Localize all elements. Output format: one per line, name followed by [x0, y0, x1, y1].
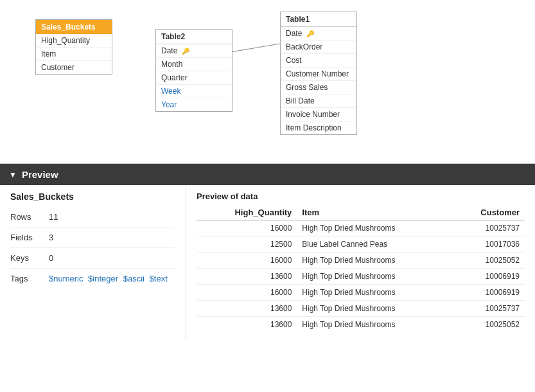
meta-panel: Sales_Buckets Rows 11 Fields 3 Keys 0 Ta…	[0, 185, 186, 339]
table-row: 12500 Blue Label Canned Peas 10017036	[197, 236, 525, 253]
sales-buckets-table: Sales_Buckets High_Quantity Item Custome…	[35, 19, 112, 75]
tag-ascii: $ascii	[123, 274, 145, 283]
table2-header: Table2	[156, 30, 232, 44]
table1-header: Table1	[281, 12, 356, 27]
table1-item-description: Item Description	[281, 121, 356, 134]
fields-label: Fields	[10, 233, 49, 242]
cell-item: High Top Dried Mushrooms	[297, 269, 451, 285]
data-table: High_Quantity Item Customer 16000 High T…	[197, 205, 525, 332]
data-panel: Preview of data High_Quantity Item Custo…	[186, 185, 535, 339]
field-item: Item	[36, 48, 112, 61]
table2-month: Month	[156, 58, 232, 71]
key-icon-table1: 🔑	[306, 30, 314, 37]
table1-cost: Cost	[281, 54, 356, 67]
cell-high-quantity: 13600	[197, 317, 297, 333]
cell-customer: 10006919	[452, 269, 525, 285]
table2-year: Year	[156, 98, 232, 111]
table1-customer-number: Customer Number	[281, 67, 356, 81]
rows-label: Rows	[10, 212, 49, 222]
cell-item: High Top Dried Mushrooms	[297, 317, 451, 333]
tag-numeric: $numeric	[49, 274, 83, 283]
cell-item: Blue Label Canned Peas	[297, 236, 451, 253]
tag-integer: $integer	[88, 274, 118, 283]
table2-date: Date 🔑	[156, 44, 232, 58]
keys-value: 0	[49, 253, 53, 263]
preview-arrow: ▼	[9, 170, 17, 179]
table2-week: Week	[156, 85, 232, 98]
table1-date: Date 🔑	[281, 27, 356, 40]
cell-high-quantity: 13600	[197, 269, 297, 285]
cell-customer: 10017036	[452, 236, 525, 253]
col-customer: Customer	[452, 205, 525, 220]
cell-item: High Top Dried Mushrooms	[297, 253, 451, 269]
meta-rows: Rows 11	[10, 207, 175, 227]
meta-keys: Keys 0	[10, 248, 175, 269]
table1: Table1 Date 🔑 BackOrder Cost Customer Nu…	[280, 12, 357, 135]
field-customer: Customer	[36, 61, 112, 74]
diagram-area: Sales_Buckets High_Quantity Item Custome…	[0, 0, 535, 164]
cell-high-quantity: 16000	[197, 253, 297, 269]
table-row: 16000 High Top Dried Mushrooms 10006919	[197, 285, 525, 301]
table-row: 13600 High Top Dried Mushrooms 10006919	[197, 269, 525, 285]
table-row: 13600 High Top Dried Mushrooms 10025737	[197, 301, 525, 317]
table-row: 16000 High Top Dried Mushrooms 10025737	[197, 220, 525, 236]
keys-label: Keys	[10, 253, 49, 263]
tag-text: $text	[150, 274, 168, 283]
cell-item: High Top Dried Mushrooms	[297, 301, 451, 317]
cell-high-quantity: 16000	[197, 220, 297, 236]
preview-header: ▼ Preview	[0, 164, 535, 185]
preview-title: Preview	[22, 169, 58, 180]
cell-high-quantity: 13600	[197, 301, 297, 317]
cell-high-quantity: 12500	[197, 236, 297, 253]
table-row: 16000 High Top Dried Mushrooms 10025052	[197, 253, 525, 269]
cell-customer: 10006919	[452, 285, 525, 301]
cell-customer: 10025052	[452, 317, 525, 333]
sales-buckets-header: Sales_Buckets	[36, 20, 112, 34]
tags-value: $numeric $integer $ascii $text	[49, 274, 170, 283]
cell-customer: 10025052	[452, 253, 525, 269]
fields-value: 3	[49, 233, 53, 242]
table1-gross-sales: Gross Sales	[281, 81, 356, 94]
table2-quarter: Quarter	[156, 71, 232, 85]
meta-title: Sales_Buckets	[10, 192, 175, 202]
table-row: 13600 High Top Dried Mushrooms 10025052	[197, 317, 525, 333]
key-icon: 🔑	[182, 48, 189, 55]
field-high-quantity: High_Quantity	[36, 34, 112, 48]
cell-high-quantity: 16000	[197, 285, 297, 301]
preview-content: Sales_Buckets Rows 11 Fields 3 Keys 0 Ta…	[0, 185, 535, 339]
meta-tags: Tags $numeric $integer $ascii $text	[10, 269, 175, 289]
cell-customer: 10025737	[452, 301, 525, 317]
table1-invoice-number: Invoice Number	[281, 108, 356, 121]
table1-bill-date: Bill Date	[281, 94, 356, 108]
data-panel-title: Preview of data	[197, 192, 525, 201]
cell-item: High Top Dried Mushrooms	[297, 285, 451, 301]
col-item: Item	[297, 205, 451, 220]
rows-value: 11	[49, 212, 58, 222]
table1-backorder: BackOrder	[281, 40, 356, 54]
cell-item: High Top Dried Mushrooms	[297, 220, 451, 236]
table-header-row: High_Quantity Item Customer	[197, 205, 525, 220]
col-high-quantity: High_Quantity	[197, 205, 297, 220]
cell-customer: 10025737	[452, 220, 525, 236]
tags-label: Tags	[10, 274, 49, 283]
meta-fields: Fields 3	[10, 227, 175, 248]
table2: Table2 Date 🔑 Month Quarter Week Year	[155, 29, 232, 112]
